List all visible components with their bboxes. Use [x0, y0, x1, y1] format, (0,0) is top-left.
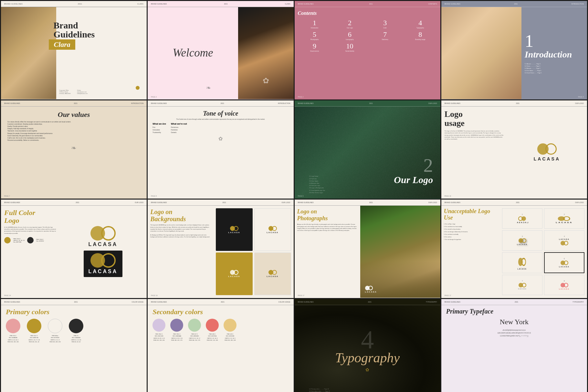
label-10: Social identity [333, 50, 367, 52]
num-7: 7 [368, 30, 402, 39]
intro-heading: Introduction [525, 50, 584, 60]
intro-sublist: 5.1 Answer ............. Page 5 5.2 Visi… [525, 63, 584, 74]
primary-colors-row: PMS 705 CHEX #E8A0A0CMYK 0, 34, 24, 0RGB… [6, 319, 142, 343]
label-7: Stationery [368, 39, 402, 40]
lname-gold: LACASA [228, 275, 240, 277]
slide-2-content: Welcome ✿ ❧ [148, 7, 293, 99]
logo-variants: LACASA LACASA [59, 206, 147, 298]
s12-left: BRAND GUIDELINES [445, 201, 460, 203]
unacceptable-rules: 1. Do not flip or logo 2. Do not distort… [444, 223, 497, 240]
logo-bg-heading: Logo on Backgrounds [150, 208, 211, 222]
rule-5: 5. Do not distort vertically [444, 233, 497, 235]
welcome-photo: ✿ [238, 7, 293, 99]
slide-6-topbar: BRAND GUIDELINES 2021 INTRODUCTION [148, 100, 293, 107]
num-8: 8 [404, 30, 437, 39]
contents-item-9: 9 Visual service [298, 42, 331, 52]
flower-decor: ❧ [7, 144, 140, 152]
page-number: PAGE 2 [298, 96, 304, 98]
s6-left: BRAND GUIDELINES [151, 102, 167, 104]
mini-circles-3 [519, 238, 526, 243]
s15-left: BRAND GUIDELINES [298, 301, 314, 303]
s8-left: BRAND GUIDELINES [445, 102, 460, 104]
logo-dark: LACASA [84, 251, 123, 277]
label-3: Color [368, 27, 402, 29]
s8-center: 2021 [516, 102, 520, 104]
slide-introduction: BRAND GUIDELINES 2021 INTRODUCTION 1 Int… [441, 1, 587, 99]
gold-swatch [27, 319, 41, 333]
logo-circles [534, 143, 560, 155]
slide-3-content: Contents 1 Introduction 2 Our Logo 3 Col… [295, 7, 440, 55]
tone-columns: What we Are Fun Innovative Trustworthy W… [152, 123, 289, 134]
slide-13-topbar: BRAND GUIDELINES 2021 COLOR USAGE [1, 299, 147, 305]
full-color-heading: Full Color Logo [4, 209, 56, 224]
secondary-colors-row: PMS 7652 CHEX #D4C4E0CMYK 10, 20, 0, 10R… [152, 319, 289, 342]
slides-grid: BRAND GUIDELINES 2021 CLARA BrandGuideli… [0, 0, 588, 392]
welcome-heading: Welcome [148, 46, 238, 59]
s10-right: OUR LOGO [282, 201, 290, 203]
slide-primary-colors: BRAND GUIDELINES 2021 COLOR USAGE Primar… [1, 299, 147, 392]
mini-circles-1 [519, 216, 526, 221]
s4-center: 2021 [514, 3, 518, 5]
logo-photo-visual: LACASA [360, 206, 440, 298]
logo-rearranged: LACASA [559, 238, 570, 245]
page-number: PAGE 2 [151, 96, 157, 98]
coral-swatch [206, 319, 219, 332]
color-lavender: PMS 7652 CHEX #D4C4E0CMYK 10, 20, 0, 10R… [152, 319, 165, 342]
logo-shadow: LACASA [517, 238, 528, 245]
col1-item-1: Fun [152, 126, 166, 128]
s10-center: 2021 [222, 201, 226, 203]
color-swatch-dark [27, 237, 34, 243]
yellow-details: PMS 129 CHEX #E8C880CMYK 0, 15, 54, 9RGB… [225, 333, 236, 342]
mini-circles-8 [561, 283, 568, 287]
slide-5-topbar: BRAND GUIDELINES 2021 INTRODUCTION [1, 100, 147, 107]
slide-unacceptable-logo: BRAND GUIDELINES 2021 OUR LOGO Unaccepta… [441, 200, 587, 298]
logo-on-light: LACASA [254, 208, 291, 251]
num-6: 6 [333, 30, 367, 39]
font-name-display: New York [446, 318, 582, 326]
logo-light: LACASA [89, 226, 118, 247]
col-we-are: What we Are Fun Innovative Trustworthy [152, 123, 166, 134]
num-1: 1 [298, 19, 331, 27]
s16-center: 2021 [515, 301, 518, 303]
slide-1-topbar: BRAND GUIDELINES 2021 CLARA [1, 1, 147, 7]
s16-left: BRAND GUIDELINES [445, 301, 460, 303]
page-number: PAGE 14 [4, 294, 11, 296]
logo-sublinks: 2.1 Logo Usage2.2 Full Color2.3 Clear Sp… [309, 175, 325, 194]
s13-center: 2021 [74, 301, 78, 303]
slide-7-content: 2 Our Logo 2.1 Logo Usage2.2 Full Color2… [295, 107, 440, 199]
s7-right: OUR LOGO [428, 102, 437, 104]
col2-item-3: Generic [171, 131, 187, 133]
full-color-body: In the LACASA identity, the use of color… [4, 226, 56, 235]
mini-circles-2 [558, 216, 570, 221]
s9-right: OUR LOGO [135, 201, 143, 203]
logo-display-area: LACASA [507, 107, 587, 199]
tone-heading: Tone of voice [152, 110, 289, 117]
s5-left: BRAND GUIDELINES [4, 102, 20, 104]
slide-9-topbar: BRAND GUIDELINES 2021 OUR LOGO [1, 200, 147, 206]
unacceptable-grid: 1 LACASA 2 [499, 206, 587, 298]
col2-list: Humorous Feminine Generic [171, 126, 187, 133]
flower-icon-decor: ✿ [365, 367, 369, 373]
wordmark-light: LACASA [89, 242, 118, 247]
address: Corporate Office 70 Berry Street Chelsea… [59, 89, 71, 94]
model-image [1, 7, 56, 99]
slide-16-topbar: BRAND GUIDELINES 2021 TYPOGRAPHY [441, 299, 587, 305]
logo-distorted-h: LACASA [556, 216, 573, 223]
tone-subtitle: The Guide tone of voice through verbal a… [152, 119, 289, 120]
slide-logo-backgrounds: BRAND GUIDELINES 2021 OUR LOGO Logo on B… [148, 200, 293, 298]
label-2: Our Logo [333, 27, 367, 29]
slide-12-content: Unacceptable Logo Use 1. Do not flip or … [441, 206, 587, 298]
slide-11-topbar: BRAND GUIDELINES 2021 OUR LOGO [295, 200, 440, 206]
logo-mini-gold: LACASA [228, 270, 240, 277]
contents-item-4: 4 Typography [404, 19, 437, 29]
typography-big-num: 4 [361, 329, 374, 350]
mini-circles-5 [519, 258, 526, 266]
page-number: PAGE 10 [445, 195, 451, 197]
color-pink: PMS 705 CHEX #E8A0A0CMYK 0, 34, 24, 0RGB… [6, 319, 20, 343]
logo-colored-wrong: LACASA [559, 283, 570, 290]
wrong-3: 3 LACASA [502, 230, 542, 251]
s11-center: 2021 [369, 201, 373, 203]
logo-boxed: LACASA [559, 261, 570, 268]
slide-8-topbar: BRAND GUIDELINES 2021 OUR LOGO [441, 100, 587, 107]
s6-right: INTRODUCTION [278, 102, 290, 104]
